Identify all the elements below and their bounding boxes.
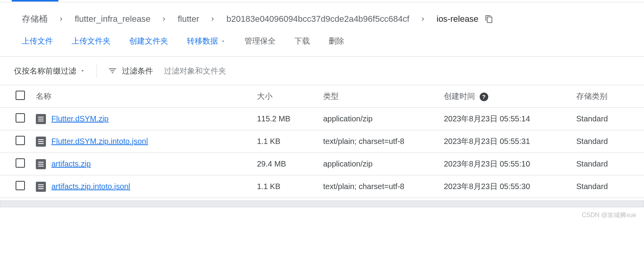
table-row: Flutter.dSYM.zip.intoto.jsonl1.1 KBtext/… [0, 130, 644, 153]
cell-storage-class: Standard [569, 108, 644, 130]
cell-created: 2023年8月23日 05:55:31 [437, 130, 569, 153]
file-icon [36, 182, 46, 192]
filter-input[interactable]: 过滤对象和文件夹 [164, 66, 226, 76]
file-icon [36, 159, 46, 169]
file-link[interactable]: Flutter.dSYM.zip.intoto.jsonl [51, 137, 148, 146]
breadcrumb-item[interactable]: flutter [178, 14, 199, 24]
row-checkbox[interactable] [16, 181, 25, 190]
transfer-data-label: 转移数据 [187, 36, 218, 46]
breadcrumb-item[interactable]: flutter_infra_release [75, 14, 150, 24]
file-link[interactable]: artifacts.zip [51, 160, 91, 168]
chevron-right-icon [415, 16, 430, 23]
help-icon[interactable]: ? [480, 93, 488, 101]
row-checkbox[interactable] [16, 113, 25, 123]
file-link[interactable]: artifacts.zip.intoto.jsonl [51, 182, 130, 191]
table-row: artifacts.zip.intoto.jsonl1.1 KBtext/pla… [0, 175, 644, 198]
table-row: Flutter.dSYM.zip115.2 MBapplication/zip2… [0, 108, 644, 130]
toolbar: 上传文件 上传文件夹 创建文件夹 转移数据 管理保全 下载 删除 [0, 25, 644, 56]
cell-storage-class: Standard [569, 130, 644, 153]
column-header-name[interactable]: 名称 [32, 85, 250, 108]
cell-type: text/plain; charset=utf-8 [316, 130, 437, 153]
divider [97, 64, 97, 78]
download-button[interactable]: 下载 [294, 36, 310, 46]
filter-label-text: 过滤条件 [122, 66, 153, 76]
cell-storage-class: Standard [569, 175, 644, 198]
filter-icon: 过滤条件 [108, 66, 153, 76]
breadcrumb: 存储桶 flutter_infra_release flutter b20183… [0, 2, 644, 25]
column-header-size[interactable]: 大小 [250, 85, 316, 108]
table-row: artifacts.zip29.4 MBapplication/zip2023年… [0, 153, 644, 175]
column-header-created[interactable]: 创建时间 ? [437, 85, 569, 108]
cell-size: 1.1 KB [250, 175, 316, 198]
cell-created: 2023年8月23日 05:55:14 [437, 108, 569, 130]
cell-size: 1.1 KB [250, 130, 316, 153]
cell-created: 2023年8月23日 05:55:10 [437, 153, 569, 175]
chevron-right-icon [54, 16, 69, 23]
copy-path-button[interactable] [485, 15, 493, 23]
delete-button[interactable]: 删除 [329, 36, 344, 46]
cell-type: text/plain; charset=utf-8 [316, 175, 437, 198]
cell-size: 115.2 MB [250, 108, 316, 130]
select-all-checkbox[interactable] [16, 91, 25, 100]
breadcrumb-item[interactable]: b20183e04096094bcc37d9cde2a4b96f5cc684cf [226, 14, 409, 24]
column-header-type[interactable]: 类型 [316, 85, 437, 108]
active-tab-indicator [12, 0, 58, 2]
transfer-data-button[interactable]: 转移数据 [187, 36, 226, 46]
filter-mode-label: 仅按名称前缀过滤 [14, 66, 76, 76]
watermark: CSDN @攻城狮xue [0, 207, 644, 221]
upload-file-button[interactable]: 上传文件 [22, 36, 53, 46]
breadcrumb-current: ios-release [436, 14, 479, 24]
chevron-right-icon [205, 16, 220, 23]
breadcrumb-root[interactable]: 存储桶 [22, 13, 48, 25]
manage-holds-button[interactable]: 管理保全 [245, 36, 276, 46]
filter-bar: 仅按名称前缀过滤 过滤条件 过滤对象和文件夹 [0, 56, 644, 85]
row-checkbox[interactable] [16, 158, 25, 168]
cell-storage-class: Standard [569, 153, 644, 175]
column-header-created-label: 创建时间 [444, 92, 475, 100]
column-header-storage-class[interactable]: 存储类别 [569, 85, 644, 108]
file-icon [36, 137, 46, 147]
cell-type: application/zip [316, 108, 437, 130]
cell-type: application/zip [316, 153, 437, 175]
cell-created: 2023年8月23日 05:55:30 [437, 175, 569, 198]
chevron-right-icon [157, 16, 171, 23]
objects-table: 名称 大小 类型 创建时间 ? 存储类别 Flutter.dSYM.zip115… [0, 85, 644, 198]
horizontal-scrollbar[interactable] [0, 200, 644, 207]
file-link[interactable]: Flutter.dSYM.zip [51, 114, 109, 123]
upload-folder-button[interactable]: 上传文件夹 [72, 36, 111, 46]
create-folder-button[interactable]: 创建文件夹 [129, 36, 168, 46]
row-checkbox[interactable] [16, 136, 25, 145]
filter-mode-dropdown[interactable]: 仅按名称前缀过滤 [14, 66, 86, 76]
cell-size: 29.4 MB [250, 153, 316, 175]
file-icon [36, 114, 46, 124]
